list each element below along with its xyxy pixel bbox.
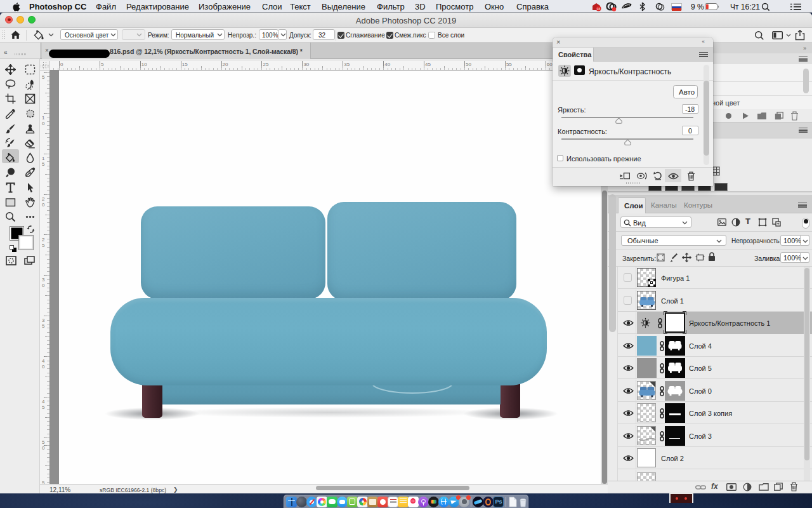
svg-text:03: 03	[597, 7, 601, 11]
